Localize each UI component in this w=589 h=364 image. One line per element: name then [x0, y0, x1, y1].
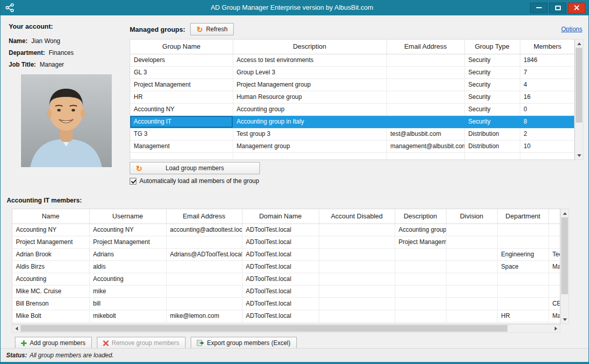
- member-row[interactable]: Bill Brenson bill ADToolTest.local CEO: [12, 297, 560, 310]
- members-horizontal-scrollbar[interactable]: [12, 324, 560, 333]
- column-header[interactable]: Domain Name: [242, 209, 319, 224]
- member-row[interactable]: Accounting NY Accounting NY accounting@a…: [12, 224, 560, 236]
- member-row[interactable]: Project Management Project Management AD…: [12, 236, 560, 248]
- minimize-icon: [536, 7, 542, 8]
- remove-group-members-button[interactable]: Remove group members: [97, 337, 186, 348]
- member-department-cell: [497, 273, 549, 285]
- window-controls: [530, 3, 585, 13]
- group-row[interactable]: Management Management group management@a…: [130, 140, 575, 152]
- member-domain-cell: ADToolTest.local: [242, 273, 319, 285]
- account-department-row: Department: Finances: [9, 49, 121, 56]
- top-region: Your account: Name: Jian Wong Department…: [6, 19, 583, 190]
- groups-scroll-thumb[interactable]: [576, 48, 582, 123]
- column-header[interactable]: Department: [497, 209, 549, 224]
- group-name-cell: Accounting NY: [130, 103, 233, 115]
- members-hscroll-thumb[interactable]: [21, 325, 507, 332]
- group-row[interactable]: Accounting NY Accounting group Security …: [130, 103, 575, 115]
- column-header[interactable]: Description: [395, 209, 446, 224]
- groups-vertical-scrollbar[interactable]: [575, 39, 583, 160]
- minimize-button[interactable]: [530, 3, 547, 13]
- member-row[interactable]: Mike MC. Cruise mike ADToolTest.local: [12, 285, 560, 297]
- column-header[interactable]: Name: [12, 209, 89, 224]
- column-header[interactable]: Email Address: [166, 209, 242, 224]
- load-group-members-button[interactable]: ↻ Load group members: [130, 162, 260, 174]
- member-disabled-cell: [319, 248, 395, 260]
- members-heading: Accounting IT members:: [7, 197, 583, 204]
- column-header[interactable]: Username: [89, 209, 166, 224]
- scroll-right-icon[interactable]: [552, 325, 560, 332]
- account-photo: [21, 74, 112, 167]
- member-jobtitle-cell: Techn: [549, 248, 560, 260]
- group-row[interactable]: GL 3 Group Level 3 Security 7: [130, 66, 575, 78]
- scroll-left-icon[interactable]: [12, 325, 21, 332]
- column-header[interactable]: Group Type: [464, 39, 520, 54]
- column-header[interactable]: Division: [446, 209, 497, 224]
- column-header[interactable]: Members: [520, 39, 575, 54]
- group-members-cell: 2: [520, 128, 575, 140]
- group-description-cell: [233, 152, 387, 160]
- member-jobtitle-cell: [549, 236, 560, 248]
- group-type-cell: Distribution: [464, 128, 520, 140]
- group-row[interactable]: TG 3 Test group 3 test@albusbit.com Dist…: [130, 128, 575, 140]
- column-header[interactable]: Jo: [549, 209, 560, 224]
- column-header[interactable]: Description: [233, 39, 387, 54]
- name-value: Jian Wong: [31, 37, 60, 45]
- group-email-cell: management@albusbit.com: [387, 140, 464, 152]
- groups-table-clip: Group NameDescriptionEmail AddressGroup …: [130, 39, 575, 160]
- export-group-members-label: Export group members (Excel): [207, 339, 291, 347]
- group-name-cell: Developers: [130, 54, 233, 66]
- group-email-cell: [387, 66, 464, 78]
- group-name-cell: HR: [130, 91, 233, 103]
- add-icon: [21, 340, 27, 346]
- maximize-button[interactable]: [549, 3, 566, 13]
- column-header[interactable]: Account Disabled: [319, 209, 395, 224]
- column-header[interactable]: Group Name: [130, 39, 233, 54]
- member-jobtitle-cell: [549, 285, 560, 297]
- options-link[interactable]: Options: [561, 26, 582, 33]
- member-username-cell: Project Management: [89, 236, 166, 248]
- member-row[interactable]: Accounting Accounting ADToolTest.local: [12, 273, 560, 285]
- group-row[interactable]: HR Human Resource group Security 16: [130, 91, 575, 103]
- group-members-cell: 10: [520, 140, 575, 152]
- group-members-cell: 16: [520, 91, 575, 103]
- scroll-down-icon[interactable]: [561, 315, 568, 323]
- load-refresh-icon: ↻: [136, 165, 143, 172]
- column-header[interactable]: Email Address: [387, 39, 464, 54]
- member-domain-cell: ADToolTest.local: [242, 224, 319, 236]
- scroll-down-icon[interactable]: [575, 151, 583, 159]
- member-disabled-cell: [319, 310, 395, 322]
- add-group-members-button[interactable]: Add group members: [15, 337, 92, 348]
- refresh-button[interactable]: ↻ Refresh: [190, 23, 234, 35]
- group-type-cell: [464, 152, 520, 160]
- member-name-cell: Mike MC. Cruise: [12, 285, 89, 297]
- name-label: Name:: [9, 37, 28, 45]
- member-division-cell: [446, 224, 497, 236]
- group-email-cell: [387, 54, 464, 66]
- refresh-label: Refresh: [206, 26, 228, 33]
- autoload-checkbox[interactable]: [130, 178, 136, 185]
- member-department-cell: [497, 285, 549, 297]
- member-row[interactable]: Aldis Birzs aldis ADToolTest.local Space…: [12, 260, 560, 273]
- group-description-cell: Accounting group in Italy: [233, 115, 387, 128]
- member-row[interactable]: Mike Bolt mikebolt mike@lemon.com ADTool…: [12, 310, 560, 322]
- export-group-members-button[interactable]: Export group members (Excel): [191, 337, 297, 348]
- group-members-cell: 0: [520, 103, 575, 115]
- add-group-members-label: Add group members: [30, 339, 86, 347]
- members-vscroll-thumb[interactable]: [561, 217, 568, 294]
- job-title-label: Job Title:: [9, 61, 36, 68]
- scroll-up-icon[interactable]: [575, 39, 583, 48]
- group-type-cell: Security: [464, 103, 520, 115]
- close-button[interactable]: [568, 3, 585, 13]
- group-row[interactable]: Accounting IT Accounting group in Italy …: [130, 115, 575, 128]
- scroll-up-icon[interactable]: [561, 209, 568, 217]
- member-domain-cell: ADToolTest.local: [242, 260, 319, 273]
- members-vertical-scrollbar[interactable]: [560, 209, 569, 324]
- group-description-cell: Human Resource group: [233, 91, 387, 103]
- group-type-cell: Security: [464, 66, 520, 78]
- member-username-cell: Accounting: [89, 273, 166, 285]
- group-row[interactable]: Developers Access to test environments S…: [130, 54, 575, 66]
- member-row[interactable]: Adrian Brook Adrians Adrians@ADToolTest.…: [12, 248, 560, 260]
- group-row[interactable]: [130, 152, 575, 160]
- group-row[interactable]: Project Management Project Management gr…: [130, 78, 575, 91]
- member-description-cell: [395, 273, 446, 285]
